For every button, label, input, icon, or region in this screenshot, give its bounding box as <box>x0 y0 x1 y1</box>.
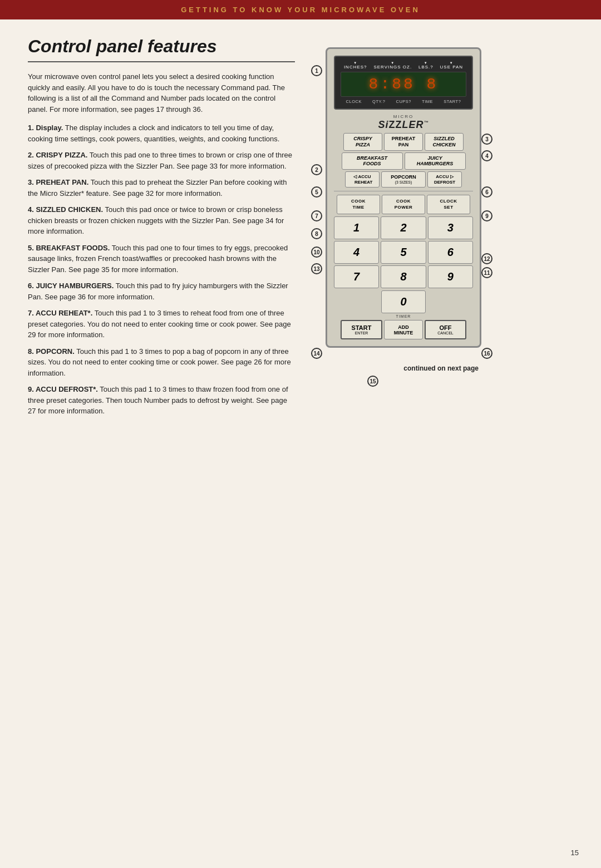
sizzler-text: SiZZLER™ <box>334 119 473 131</box>
crispy-pizza-button[interactable]: CRISPYPIZZA <box>343 133 382 151</box>
feature-3: 3. PREHEAT PAN. Touch this pad to prehea… <box>28 177 295 199</box>
num-2-button[interactable]: 2 <box>381 216 426 239</box>
num-0-button[interactable]: 0 <box>381 290 426 313</box>
circle-label-11: 11 <box>481 267 492 278</box>
cook-power-button[interactable]: COOKPOWER <box>382 195 425 214</box>
label-clock: CLOCK <box>346 99 362 104</box>
feature-5: 5. BREAKFAST FOODS. Touch this pad one t… <box>28 243 295 275</box>
button-row-2: BREAKFASTFOODS JUICYHAMBURGERS <box>334 152 473 170</box>
num-7-button[interactable]: 7 <box>334 265 379 288</box>
num-8-button[interactable]: 8 <box>381 265 426 288</box>
popcorn-button[interactable]: POPCORN(3 SIZES) <box>381 171 426 188</box>
display-bottom-labels: CLOCK QTY.? CUPS? TIME START? <box>341 99 466 104</box>
indicator-inches: ▼INCHES? <box>344 61 367 70</box>
clock-set-button[interactable]: CLOCKSET <box>427 195 470 214</box>
circle-label-13: 13 <box>311 263 322 274</box>
circle-label-15: 15 <box>367 376 378 387</box>
display-area: ▼INCHES? ▼SERVINGS OZ. ▼LBS.? ▼USE PAN <box>334 56 473 110</box>
feature-1: 1. Display. The display includes a clock… <box>28 122 295 144</box>
num-1-button[interactable]: 1 <box>334 216 379 239</box>
accu-reheat-button[interactable]: ◁ ACCU REHEAT <box>345 171 380 188</box>
sizzled-chicken-button[interactable]: SIZZLEDCHICKEN <box>425 133 464 151</box>
circle-label-2: 2 <box>311 164 322 175</box>
cook-time-button[interactable]: COOKTIME <box>337 195 380 214</box>
button-row-1: CRISPYPIZZA PREHEATPAN SIZZLEDCHICKEN <box>334 133 473 151</box>
microwave-panel: ▼INCHES? ▼SERVINGS OZ. ▼LBS.? ▼USE PAN <box>326 47 481 348</box>
off-button[interactable]: OFFCANCEL <box>425 320 466 339</box>
num-4-button[interactable]: 4 <box>334 241 379 264</box>
feature-6: 6. JUICY HAMBURGERS. Touch this pad to f… <box>28 280 295 302</box>
action-row: STARTENTER ADDMINUTE OFFCANCEL <box>334 320 473 339</box>
zero-row: 0 <box>334 290 473 313</box>
feature-2: 2. CRISPY PIZZA. Touch this pad one to t… <box>28 150 295 171</box>
button-row-3: ◁ ACCU REHEAT POPCORN(3 SIZES) ACCU ▷DEF… <box>334 171 473 188</box>
timer-label: TIMER <box>334 314 473 318</box>
feature-7: 7. ACCU REHEAT*. Touch this pad 1 to 3 t… <box>28 308 295 341</box>
num-5-button[interactable]: 5 <box>381 241 426 264</box>
feature-4: 4. SIZZLED CHICKEN. Touch this pad once … <box>28 204 295 237</box>
divider-1 <box>334 191 473 191</box>
indicator-lbs: ▼LBS.? <box>418 61 433 70</box>
page-title: Control panel features <box>28 36 295 62</box>
circle-label-8: 8 <box>311 228 322 239</box>
breakfast-foods-button[interactable]: BREAKFASTFOODS <box>342 152 403 170</box>
num-9-button[interactable]: 9 <box>428 265 473 288</box>
circle-label-16: 16 <box>481 348 492 359</box>
circle-label-7: 7 <box>311 210 322 221</box>
number-grid: 1 2 3 4 5 6 7 8 9 <box>334 216 473 288</box>
display-screen: 8:88 8 <box>341 72 466 97</box>
text-column: Control panel features Your microwave ov… <box>28 36 295 422</box>
page-header: GETTING TO KNOW YOUR MICROWAVE OVEN <box>0 0 601 19</box>
num-6-button[interactable]: 6 <box>428 241 473 264</box>
indicator-servings: ▼SERVINGS OZ. <box>373 61 412 70</box>
add-minute-button[interactable]: ADDMINUTE <box>384 320 423 339</box>
circle-label-3: 3 <box>481 134 492 145</box>
intro-paragraph: Your microwave oven control panel lets y… <box>28 71 295 115</box>
accu-defrost-button[interactable]: ACCU ▷DEFROST <box>427 171 462 188</box>
circle-label-4: 4 <box>481 150 492 161</box>
circle-label-12: 12 <box>481 253 492 264</box>
circle-label-9: 9 <box>481 210 492 221</box>
circle-label-10: 10 <box>311 246 322 258</box>
cook-row: COOKTIME COOKPOWER CLOCKSET <box>334 195 473 214</box>
panel-column: 1 ▼INCHES? ▼SERVINGS OZ. ▼LBS.? <box>312 36 490 422</box>
page-number: 15 <box>571 849 579 857</box>
circle-label-14: 14 <box>311 348 322 359</box>
panel-wrapper: 1 ▼INCHES? ▼SERVINGS OZ. ▼LBS.? <box>309 36 492 359</box>
circle-label-5: 5 <box>311 186 322 198</box>
label-start: START? <box>444 99 461 104</box>
label-time: TIME <box>422 99 433 104</box>
micro-text: MICRO <box>334 114 473 119</box>
circle-label-6: 6 <box>481 186 492 198</box>
circle-label-1: 1 <box>311 65 322 76</box>
indicator-usepan: ▼USE PAN <box>440 61 464 70</box>
display-indicators: ▼INCHES? ▼SERVINGS OZ. ▼LBS.? ▼USE PAN <box>341 61 466 70</box>
display-digits: 8:88 8 <box>369 76 439 93</box>
feature-9: 9. ACCU DEFROST*. Touch this pad 1 to 3 … <box>28 384 295 417</box>
feature-8: 8. POPCORN. Touch this pad 1 to 3 times … <box>28 346 295 379</box>
sizzler-brand: MICRO SiZZLER™ <box>334 114 473 131</box>
continued-text: continued on next page <box>323 364 479 372</box>
label-qty: QTY.? <box>372 99 385 104</box>
start-button[interactable]: STARTENTER <box>341 320 382 339</box>
num-3-button[interactable]: 3 <box>428 216 473 239</box>
label-cups: CUPS? <box>396 99 411 104</box>
juicy-hamburgers-button[interactable]: JUICYHAMBURGERS <box>405 152 466 170</box>
preheat-pan-button[interactable]: PREHEATPAN <box>384 133 423 151</box>
